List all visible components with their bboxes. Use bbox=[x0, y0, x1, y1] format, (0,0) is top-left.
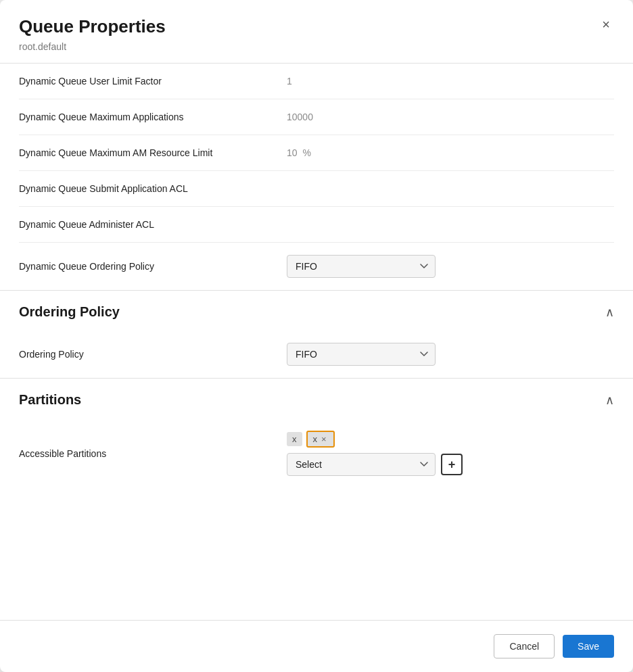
property-row-ordering-policy: Dynamic Queue Ordering Policy FIFO FAIR bbox=[19, 243, 614, 290]
partitions-chevron-icon[interactable]: ∧ bbox=[605, 393, 614, 408]
ordering-policy-label: Ordering Policy bbox=[19, 349, 276, 360]
property-label-ordering-policy: Dynamic Queue Ordering Policy bbox=[19, 261, 276, 272]
ordering-policy-section-title: Ordering Policy bbox=[19, 304, 120, 320]
partition-tag-x-text: x bbox=[292, 434, 297, 444]
partitions-select-row: Select + bbox=[287, 453, 614, 476]
accessible-partitions-row: Accessible Partitions x x × Select bbox=[19, 418, 614, 488]
modal-subtitle: root.default bbox=[0, 41, 633, 63]
property-value-ordering-policy: FIFO FAIR bbox=[287, 255, 614, 278]
dynamic-queue-ordering-policy-select[interactable]: FIFO FAIR bbox=[287, 255, 436, 278]
property-row-am-resource: Dynamic Queue Maximum AM Resource Limit … bbox=[19, 135, 614, 171]
property-value-max-apps: 10000 bbox=[287, 112, 614, 122]
partitions-section-content: Accessible Partitions x x × Select bbox=[0, 418, 633, 488]
partition-tag-x-highlighted-text: x bbox=[313, 434, 318, 444]
partitions-section-header: Partitions ∧ bbox=[0, 379, 633, 418]
partitions-tags-row: x x × bbox=[287, 431, 614, 448]
queue-properties-modal: Queue Properties × root.default Dynamic … bbox=[0, 0, 633, 672]
add-partition-button[interactable]: + bbox=[441, 454, 463, 475]
property-row-administer-acl: Dynamic Queue Administer ACL bbox=[19, 207, 614, 243]
close-button[interactable]: × bbox=[598, 16, 614, 32]
property-row-user-limit: Dynamic Queue User Limit Factor 1 bbox=[19, 64, 614, 99]
property-label-user-limit: Dynamic Queue User Limit Factor bbox=[19, 76, 276, 87]
am-resource-number: 10 bbox=[287, 147, 298, 158]
modal-title: Queue Properties bbox=[19, 16, 166, 37]
ordering-policy-chevron-icon[interactable]: ∧ bbox=[605, 305, 614, 320]
modal-header: Queue Properties × bbox=[0, 0, 633, 41]
accessible-partitions-label: Accessible Partitions bbox=[19, 448, 276, 459]
property-value-user-limit: 1 bbox=[287, 76, 614, 87]
ordering-policy-section-content: Ordering Policy FIFO FAIR bbox=[0, 331, 633, 378]
ordering-policy-select[interactable]: FIFO FAIR bbox=[287, 343, 436, 366]
cancel-button[interactable]: Cancel bbox=[494, 634, 555, 658]
property-row-submit-acl: Dynamic Queue Submit Application ACL bbox=[19, 171, 614, 207]
ordering-policy-section-header: Ordering Policy ∧ bbox=[0, 291, 633, 331]
ordering-policy-row: Ordering Policy FIFO FAIR bbox=[19, 331, 614, 378]
partition-tag-x-highlighted: x × bbox=[306, 431, 335, 448]
property-label-submit-acl: Dynamic Queue Submit Application ACL bbox=[19, 183, 276, 194]
property-row-max-apps: Dynamic Queue Maximum Applications 10000 bbox=[19, 99, 614, 135]
properties-list: Dynamic Queue User Limit Factor 1 Dynami… bbox=[0, 64, 633, 290]
accessible-partitions-select[interactable]: Select bbox=[287, 453, 436, 476]
property-label-max-apps: Dynamic Queue Maximum Applications bbox=[19, 112, 276, 122]
modal-footer: Cancel Save bbox=[0, 620, 633, 672]
am-resource-unit: % bbox=[303, 147, 311, 158]
property-value-am-resource: 10 % bbox=[287, 147, 614, 158]
property-label-administer-acl: Dynamic Queue Administer ACL bbox=[19, 219, 276, 230]
partitions-controls: x x × Select + bbox=[287, 431, 614, 476]
partition-tag-remove-button[interactable]: × bbox=[320, 435, 328, 443]
partitions-section-title: Partitions bbox=[19, 392, 81, 408]
property-label-am-resource: Dynamic Queue Maximum AM Resource Limit bbox=[19, 147, 276, 158]
partition-tag-x: x bbox=[287, 432, 302, 446]
save-button[interactable]: Save bbox=[563, 635, 614, 658]
ordering-policy-value: FIFO FAIR bbox=[287, 343, 614, 366]
